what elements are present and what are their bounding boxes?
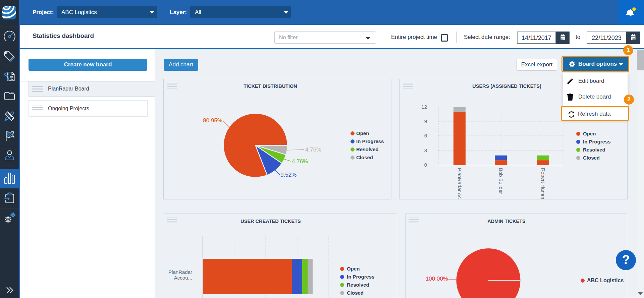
svg-text:Resolved: Resolved [583,147,605,153]
svg-text:0: 0 [424,162,427,168]
svg-text:ADMIN TICKETS: ADMIN TICKETS [487,219,526,224]
svg-text:TICKET DISTRIBUTION: TICKET DISTRIBUTION [244,83,297,89]
svg-text:Bob Builder: Bob Builder [498,168,504,194]
svg-text:PlanRadar Acc: PlanRadar Acc [457,168,463,199]
svg-text:6: 6 [424,133,427,138]
svg-text:Resolved: Resolved [356,146,379,152]
svg-text:3: 3 [424,147,427,153]
svg-text:Accou...: Accou... [174,275,192,281]
svg-text:9: 9 [424,118,427,124]
svg-text:In Progress: In Progress [583,139,611,144]
svg-text:9.52%: 9.52% [280,172,297,178]
svg-text:ABC Logistics: ABC Logistics [587,278,624,283]
svg-text:4.76%: 4.76% [292,158,308,165]
svg-text:Open: Open [347,266,360,272]
svg-text:Closed: Closed [347,290,364,296]
svg-text:Open: Open [583,131,596,136]
svg-text:100.00%: 100.00% [426,276,448,282]
svg-text:80.95%: 80.95% [203,117,222,124]
svg-text:Closed: Closed [356,155,373,160]
svg-text:In Progress: In Progress [347,274,375,280]
svg-text:Closed: Closed [583,155,600,161]
svg-text:USER CREATED TICKETS: USER CREATED TICKETS [240,219,301,224]
svg-text:12: 12 [421,104,427,110]
svg-text:In Progress: In Progress [356,138,384,144]
svg-text:Robert Hammer: Robert Hammer [540,168,546,199]
svg-text:USERS (ASSIGNED TICKETS): USERS (ASSIGNED TICKETS) [472,83,541,89]
svg-text:4.76%: 4.76% [305,146,321,153]
svg-text:Resolved: Resolved [347,282,369,288]
svg-text:PlanRadar: PlanRadar [168,269,192,275]
svg-text:Open: Open [356,130,369,136]
